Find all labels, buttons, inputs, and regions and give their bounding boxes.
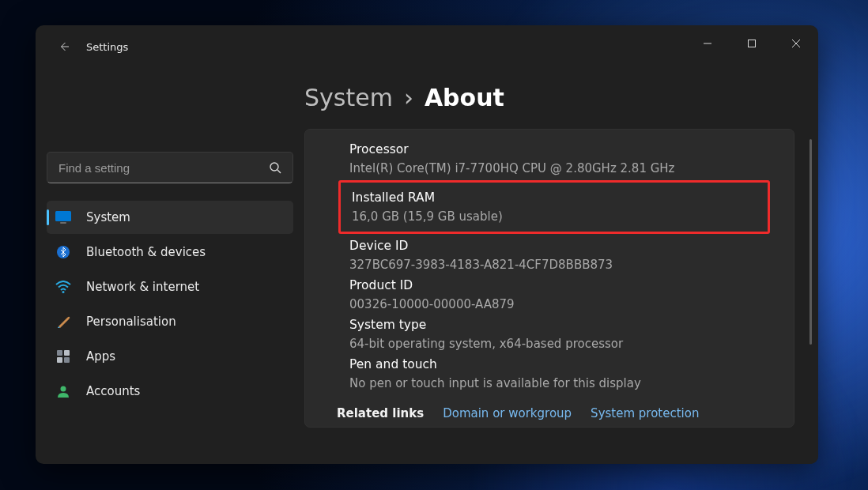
spec-label: Pen and touch bbox=[349, 357, 794, 371]
device-specs-panel: Processor Intel(R) Core(TM) i7-7700HQ CP… bbox=[304, 129, 794, 428]
main-content: System › About Processor Intel(R) Core(T… bbox=[304, 68, 818, 464]
sidebar: System Bluetooth & devices Network & int… bbox=[36, 68, 304, 464]
arrow-left-icon bbox=[58, 40, 70, 53]
svg-rect-12 bbox=[57, 357, 62, 363]
spec-processor: Processor Intel(R) Core(TM) i7-7700HQ CP… bbox=[305, 139, 794, 179]
breadcrumb: System › About bbox=[304, 84, 818, 111]
highlight-installed-ram: Installed RAM 16,0 GB (15,9 GB usable) bbox=[338, 180, 770, 234]
svg-rect-13 bbox=[64, 357, 70, 363]
spec-label: Processor bbox=[349, 142, 794, 156]
svg-point-14 bbox=[61, 386, 66, 392]
sidebar-item-label: System bbox=[86, 210, 130, 224]
spec-pen-touch: Pen and touch No pen or touch input is a… bbox=[305, 354, 794, 394]
chevron-right-icon: › bbox=[404, 84, 413, 111]
minimize-button[interactable] bbox=[685, 25, 730, 62]
system-icon bbox=[55, 209, 72, 226]
bluetooth-icon bbox=[55, 243, 72, 261]
spec-product-id: Product ID 00326-10000-00000-AA879 bbox=[305, 275, 794, 315]
spec-device-id: Device ID 327BC697-3983-4183-A821-4CF7D8… bbox=[305, 236, 794, 275]
spec-value: 16,0 GB (15,9 GB usable) bbox=[352, 209, 768, 224]
svg-point-9 bbox=[62, 291, 65, 293]
spec-value: 327BC697-3983-4183-A821-4CF7D8BBB873 bbox=[349, 258, 794, 272]
sidebar-spacer bbox=[47, 74, 293, 147]
spec-value: No pen or touch input is available for t… bbox=[349, 376, 794, 390]
sidebar-item-label: Bluetooth & devices bbox=[86, 245, 206, 259]
spec-label: System type bbox=[349, 318, 794, 332]
sidebar-nav: System Bluetooth & devices Network & int… bbox=[47, 201, 293, 408]
settings-window: Settings bbox=[36, 25, 818, 464]
window-title: Settings bbox=[86, 41, 128, 53]
spec-value: 00326-10000-00000-AA879 bbox=[349, 297, 794, 311]
svg-rect-11 bbox=[64, 350, 70, 356]
breadcrumb-current: About bbox=[425, 84, 504, 111]
maximize-button[interactable] bbox=[730, 25, 774, 62]
spec-installed-ram: Installed RAM 16,0 GB (15,9 GB usable) bbox=[352, 187, 768, 227]
svg-point-4 bbox=[270, 163, 278, 171]
related-links: Related links Domain or workgroup System… bbox=[305, 406, 794, 420]
sidebar-item-system[interactable]: System bbox=[47, 201, 293, 234]
spec-value: Intel(R) Core(TM) i7-7700HQ CPU @ 2.80GH… bbox=[349, 161, 794, 175]
svg-rect-7 bbox=[60, 222, 66, 224]
sidebar-item-label: Personalisation bbox=[86, 315, 176, 329]
close-icon bbox=[791, 39, 801, 48]
spec-label: Device ID bbox=[349, 239, 794, 253]
sidebar-item-accounts[interactable]: Accounts bbox=[47, 375, 293, 408]
person-icon bbox=[55, 383, 72, 400]
link-domain-workgroup[interactable]: Domain or workgroup bbox=[443, 406, 572, 420]
svg-line-5 bbox=[277, 170, 281, 173]
titlebar: Settings bbox=[36, 25, 818, 68]
paintbrush-icon bbox=[55, 313, 72, 330]
svg-rect-10 bbox=[57, 350, 62, 356]
spec-value: 64-bit operating system, x64-based proce… bbox=[349, 337, 794, 351]
wifi-icon bbox=[55, 278, 72, 296]
spec-system-type: System type 64-bit operating system, x64… bbox=[305, 315, 794, 354]
spec-label: Product ID bbox=[349, 278, 794, 292]
fade-overlay bbox=[304, 443, 818, 464]
related-links-label: Related links bbox=[337, 406, 424, 420]
spec-label: Installed RAM bbox=[352, 190, 768, 205]
maximize-icon bbox=[747, 39, 757, 48]
link-system-protection[interactable]: System protection bbox=[591, 406, 699, 420]
sidebar-item-apps[interactable]: Apps bbox=[47, 340, 293, 373]
window-controls bbox=[685, 25, 818, 62]
close-button[interactable] bbox=[774, 25, 818, 62]
sidebar-item-bluetooth[interactable]: Bluetooth & devices bbox=[47, 236, 293, 269]
search-icon bbox=[269, 161, 281, 174]
sidebar-item-network[interactable]: Network & internet bbox=[47, 270, 293, 303]
sidebar-item-label: Apps bbox=[86, 349, 115, 364]
breadcrumb-parent[interactable]: System bbox=[304, 84, 393, 111]
search-input[interactable] bbox=[58, 161, 269, 175]
back-button[interactable] bbox=[53, 36, 75, 58]
scrollbar[interactable] bbox=[810, 139, 812, 345]
search-box[interactable] bbox=[47, 152, 293, 183]
sidebar-item-personalisation[interactable]: Personalisation bbox=[47, 305, 293, 338]
svg-rect-1 bbox=[749, 40, 756, 47]
apps-icon bbox=[55, 348, 72, 365]
sidebar-item-label: Accounts bbox=[86, 384, 140, 398]
sidebar-item-label: Network & internet bbox=[86, 280, 199, 294]
minimize-icon bbox=[703, 39, 712, 48]
svg-rect-6 bbox=[55, 211, 71, 221]
